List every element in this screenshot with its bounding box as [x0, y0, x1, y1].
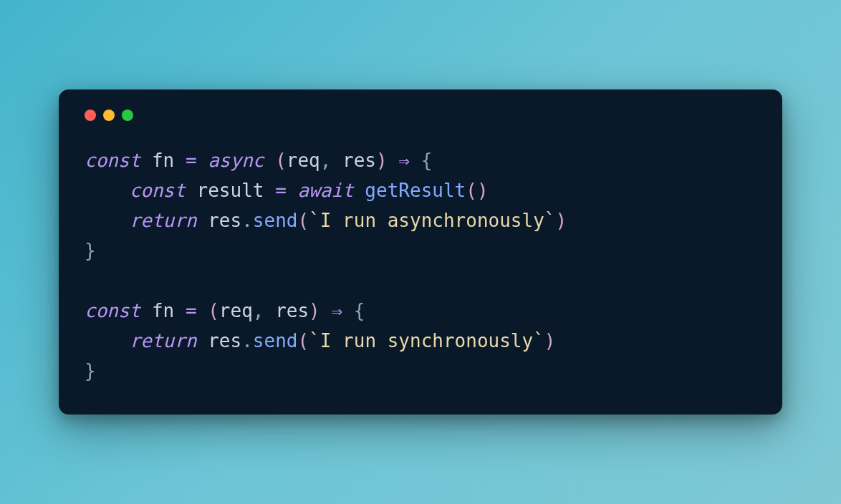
- code-token: const: [85, 300, 152, 321]
- code-line: const fn = async (req, res) ⇒ {: [85, 145, 756, 175]
- code-token: res: [208, 210, 241, 231]
- code-token: [85, 330, 130, 352]
- code-token: .: [241, 210, 253, 231]
- code-token: [85, 270, 96, 291]
- code-token: ): [544, 330, 556, 352]
- code-token: await: [297, 180, 365, 201]
- minimize-icon[interactable]: [103, 110, 115, 121]
- code-token: async: [208, 150, 275, 171]
- code-token: ): [376, 150, 398, 171]
- maximize-icon[interactable]: [122, 110, 133, 121]
- code-token: fn: [152, 300, 186, 321]
- code-token: {: [354, 300, 365, 321]
- code-token: send: [253, 210, 298, 231]
- code-token: ): [555, 210, 567, 231]
- close-icon[interactable]: [85, 110, 96, 121]
- code-token: (: [208, 300, 219, 321]
- code-token: (): [466, 180, 488, 201]
- code-token: ⇒: [331, 300, 353, 321]
- code-token: ⇒: [398, 150, 420, 171]
- code-window: const fn = async (req, res) ⇒ { const re…: [59, 89, 782, 415]
- code-token: send: [253, 330, 298, 352]
- code-token: res: [342, 150, 376, 171]
- code-token: {: [421, 150, 433, 171]
- code-token: req: [287, 150, 320, 171]
- code-line: [85, 266, 756, 296]
- code-token: (: [297, 210, 309, 231]
- code-token: (: [275, 150, 287, 171]
- code-token: [85, 180, 130, 201]
- code-token: return: [130, 330, 208, 352]
- code-token: =: [275, 180, 297, 201]
- code-token: getResult: [365, 180, 466, 201]
- code-token: .: [241, 330, 253, 352]
- code-token: (: [297, 330, 309, 352]
- code-line: const result = await getResult(): [85, 175, 756, 205]
- code-token: [85, 210, 130, 231]
- code-token: `I run asynchronously`: [309, 210, 555, 231]
- code-token: }: [85, 240, 96, 261]
- code-token: res: [208, 330, 241, 352]
- code-token: `I run synchronously`: [309, 330, 544, 352]
- code-line: return res.send(`I run asynchronously`): [85, 205, 756, 236]
- code-line: }: [85, 236, 756, 266]
- code-line: }: [85, 356, 756, 386]
- code-line: return res.send(`I run synchronously`): [85, 326, 756, 356]
- code-token: ): [309, 300, 331, 321]
- code-token: res: [275, 300, 309, 321]
- code-token: const: [85, 150, 152, 171]
- code-token: }: [85, 360, 96, 382]
- code-token: const: [130, 180, 197, 201]
- code-token: req: [219, 300, 253, 321]
- code-token: fn: [152, 150, 186, 171]
- code-token: =: [186, 150, 208, 171]
- code-line: const fn = (req, res) ⇒ {: [85, 296, 756, 326]
- window-titlebar: [85, 110, 756, 121]
- code-token: ,: [320, 150, 342, 171]
- code-block: const fn = async (req, res) ⇒ { const re…: [85, 145, 756, 387]
- code-token: result: [197, 180, 276, 201]
- code-token: ,: [253, 300, 275, 321]
- code-token: =: [186, 300, 208, 321]
- code-token: return: [130, 210, 208, 231]
